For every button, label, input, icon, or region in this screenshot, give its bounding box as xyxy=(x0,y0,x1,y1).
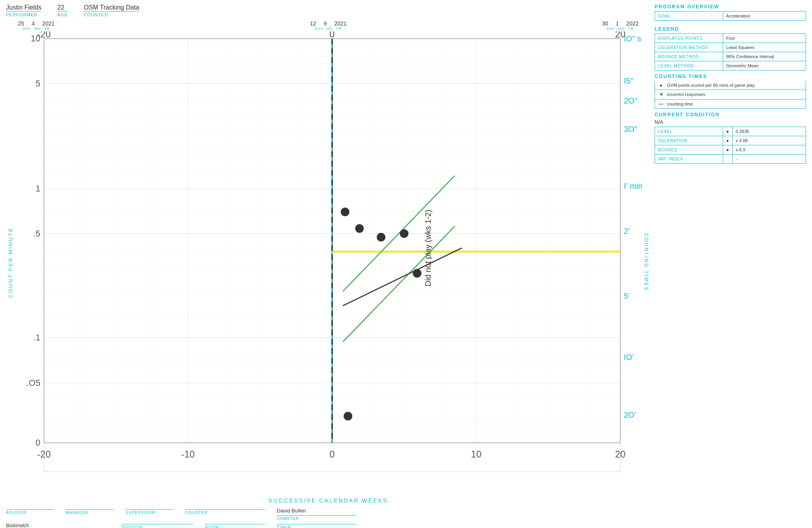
left-panel: Justin Fields PERFORMER 22 AGE OSM Track… xyxy=(6,4,651,524)
supervisor-label: SUPERVISOR xyxy=(126,509,173,515)
timer-field: TIMER xyxy=(277,522,357,528)
performer-label: PERFORMER xyxy=(6,11,41,17)
bounce-stat-label: BOUNCE xyxy=(655,145,723,154)
manager-label: MANAGER xyxy=(66,509,114,515)
current-condition-title: CURRENT CONDITION xyxy=(655,112,806,117)
counted-label: COUNTED xyxy=(84,11,139,17)
svg-text:0: 0 xyxy=(330,449,335,459)
level-stat-label: LEVEL xyxy=(655,127,723,136)
svg-text:1: 1 xyxy=(35,184,40,194)
celeration-method-value: Least Squares xyxy=(723,43,806,52)
svg-text:.5: .5 xyxy=(33,229,40,239)
legend-table: DISPLAYED POINTS First CELERATION METHOD… xyxy=(655,33,806,70)
svg-point-77 xyxy=(343,412,352,420)
date-labels-3: DAY MO YR xyxy=(607,27,634,31)
counting-times-title: COUNTING TIMES xyxy=(655,74,806,79)
chart-and-right: -20 -10 0 10 20 -20 0 20 10 5 1 .5 xyxy=(15,31,651,493)
charter-label: CHARTER xyxy=(277,515,357,521)
svg-text:IO" sec: IO" sec xyxy=(624,34,642,43)
chart-svg-container: -20 -10 0 10 20 -20 0 20 10 5 1 .5 xyxy=(15,31,642,493)
counted-value: OSM Tracking Data xyxy=(84,4,139,11)
footer-row-1: ADVISOR MANAGER SUPERVISOR COUNTER David… xyxy=(6,508,651,521)
level-method-value: Geometric Mean xyxy=(723,61,806,70)
date-values-1: 25 , 4 , 2021 xyxy=(18,20,55,27)
imp-index-stat-value: - xyxy=(732,154,806,164)
legend-item-2: — counting time xyxy=(655,100,806,109)
svg-text:5': 5' xyxy=(624,291,630,300)
bounce-method-row: BOUNCE METHOD 90% Confidence Interval xyxy=(655,52,806,61)
date2-yr: 2021 xyxy=(334,20,347,27)
counting-times-label: COUNTING TIMES xyxy=(642,31,651,493)
date3-day: 30 xyxy=(602,20,608,27)
imp-index-stat-row: IMP. INDEX - xyxy=(655,154,806,164)
level-method-row: LEVEL METHOD Geometric Mean xyxy=(655,61,806,70)
current-condition-value: N/A xyxy=(655,119,806,125)
imp-index-stat-label: IMP. INDEX xyxy=(655,154,723,164)
svg-text:.1: .1 xyxy=(33,332,40,342)
celeration-stat-dot: ● xyxy=(723,136,732,145)
bounce-stat-dot: ● xyxy=(723,145,732,154)
celeration-method-row: CELERATION METHOD Least Squares xyxy=(655,43,806,52)
division-label: DIVISION xyxy=(122,524,193,528)
svg-text:0: 0 xyxy=(330,31,335,39)
svg-point-73 xyxy=(355,224,364,233)
svg-text:I' min: I' min xyxy=(624,182,642,190)
svg-text:0: 0 xyxy=(35,438,40,448)
celeration-method-label: CELERATION METHOD xyxy=(655,43,723,52)
svg-text:5: 5 xyxy=(35,78,40,88)
room-field: ROOM xyxy=(205,522,265,528)
counter-field: COUNTER xyxy=(185,508,265,515)
date-group-1: 25 , 4 , 2021 DAY MO YR xyxy=(18,20,55,31)
x-axis-label: SUCCESSIVE CALENDAR WEEKS xyxy=(6,497,651,504)
age-label: AGE xyxy=(57,11,68,17)
date1-day: 25 xyxy=(18,20,24,27)
y-axis-label: COUNT PER MINUTE xyxy=(6,31,15,493)
advisor-field: ADVISOR xyxy=(6,508,54,515)
advisor-label: ADVISOR xyxy=(6,509,54,515)
date2-mo: 9 xyxy=(324,20,327,27)
program-overview-table: GOAL Acceleration xyxy=(655,11,806,21)
chart-wrapper: COUNT PER MINUTE xyxy=(6,31,651,493)
date1-yr: 2021 xyxy=(42,20,55,27)
bounce-method-label: BOUNCE METHOD xyxy=(655,52,723,61)
footer-row-2: BiokinetiX ORGANIZATION DIVISION ROOM TI… xyxy=(6,522,651,528)
charter-name-field: David Bullen CHARTER xyxy=(277,508,357,521)
svg-text:3O": 3O" xyxy=(624,125,637,133)
level-stat-value: 0.2836 xyxy=(732,127,806,136)
svg-point-72 xyxy=(341,207,349,216)
program-overview-title: PROGRAM OVERVIEW xyxy=(655,4,806,10)
current-condition-section: CURRENT CONDITION N/A LEVEL ● 0.2836 CEL… xyxy=(655,112,806,164)
displayed-points-row: DISPLAYED POINTS First xyxy=(655,34,806,43)
celeration-stat-value: x 4.08 xyxy=(732,136,806,145)
date-group-2: 12 , 9 , 2021 DAY MO YR xyxy=(310,20,347,31)
legend-item-0: ● OVM points scored per 60 mins of game … xyxy=(655,81,806,90)
legend-symbol-2: — xyxy=(658,102,664,106)
age-value: 22 xyxy=(57,4,68,11)
goal-row: GOAL Acceleration xyxy=(655,12,806,21)
bounce-stat-row: BOUNCE ● x 6.3 xyxy=(655,145,806,154)
date-labels-2: DAY MO YR xyxy=(315,27,342,31)
main-container: Justin Fields PERFORMER 22 AGE OSM Track… xyxy=(0,0,812,528)
svg-text:10: 10 xyxy=(471,449,481,459)
svg-text:2': 2' xyxy=(624,227,630,235)
svg-point-76 xyxy=(413,269,422,278)
svg-point-75 xyxy=(400,229,408,238)
date-group-3: 30 , 1 , 2022 DAY MO YR xyxy=(602,20,639,31)
svg-text:2O': 2O' xyxy=(624,411,636,419)
organization-value: BiokinetiX xyxy=(6,522,54,528)
svg-text:10: 10 xyxy=(31,33,40,43)
celeration-stat-row: CELERATION ● x 4.08 xyxy=(655,136,806,145)
svg-text:-10: -10 xyxy=(181,449,195,459)
date3-mo: 1 xyxy=(616,20,619,27)
legend-text-0: OVM points scored per 60 mins of game pl… xyxy=(667,83,755,88)
performer-field: Justin Fields PERFORMER xyxy=(6,4,41,17)
charter-name-value: David Bullen xyxy=(277,508,357,514)
manager-field: MANAGER xyxy=(66,508,114,515)
svg-point-74 xyxy=(377,233,386,242)
date3-yr: 2022 xyxy=(626,20,639,27)
svg-text:20: 20 xyxy=(615,449,626,459)
bounce-stat-value: x 6.3 xyxy=(732,145,806,154)
level-stat-row: LEVEL ● 0.2836 xyxy=(655,127,806,136)
date-labels-1: DAY MO YR xyxy=(23,27,50,31)
bottom-section: SUCCESSIVE CALENDAR WEEKS ADVISOR MANAGE… xyxy=(6,496,651,528)
